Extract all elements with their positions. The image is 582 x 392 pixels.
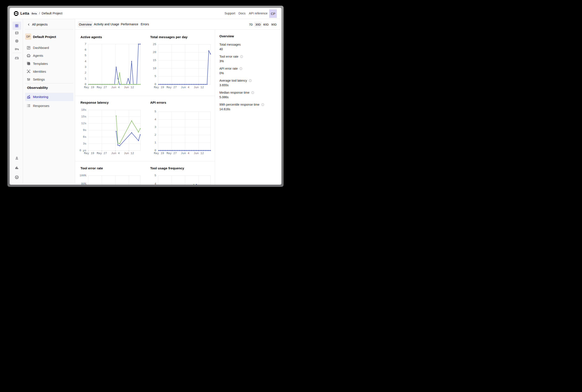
svg-text:18s: 18s: [81, 108, 86, 112]
svg-text:May 27: May 27: [97, 152, 107, 155]
svg-text:0 µs: 0 µs: [80, 149, 86, 152]
svg-text:Jun 4: Jun 4: [181, 86, 190, 89]
svg-text:Jun 12: Jun 12: [194, 86, 204, 89]
svg-text:0: 0: [85, 83, 86, 86]
svg-text:May 27: May 27: [166, 86, 177, 89]
svg-text:2: 2: [85, 71, 86, 74]
svg-text:May 19: May 19: [84, 152, 94, 155]
svg-text:May 19: May 19: [154, 86, 164, 89]
svg-text:May 27: May 27: [97, 86, 107, 89]
svg-text:12s: 12s: [81, 122, 86, 125]
svg-text:0: 0: [154, 149, 156, 152]
svg-text:0: 0: [154, 83, 156, 86]
svg-text:May 27: May 27: [166, 152, 177, 155]
svg-text:May 19: May 19: [154, 152, 164, 155]
svg-text:80%: 80%: [81, 182, 86, 185]
svg-text:6: 6: [85, 48, 86, 52]
svg-text:4: 4: [154, 118, 156, 121]
svg-text:4: 4: [85, 60, 86, 63]
svg-text:5: 5: [154, 110, 156, 113]
svg-text:4: 4: [154, 182, 156, 185]
svg-text:9s: 9s: [83, 128, 86, 132]
svg-text:5: 5: [154, 75, 156, 78]
svg-text:Jun 12: Jun 12: [124, 152, 134, 155]
svg-text:5: 5: [154, 174, 156, 177]
svg-text:20: 20: [153, 51, 156, 54]
svg-text:5: 5: [85, 54, 86, 57]
svg-text:Jun 4: Jun 4: [111, 152, 120, 155]
svg-text:Jun 4: Jun 4: [111, 86, 120, 89]
svg-text:3: 3: [85, 66, 86, 69]
svg-text:Jun 12: Jun 12: [124, 86, 134, 89]
svg-text:100%: 100%: [80, 174, 86, 177]
svg-text:3: 3: [154, 126, 156, 129]
svg-text:3s: 3s: [83, 142, 86, 145]
svg-text:15s: 15s: [81, 115, 86, 118]
svg-text:15: 15: [153, 59, 156, 62]
svg-text:7: 7: [85, 42, 86, 46]
svg-text:25: 25: [153, 43, 156, 46]
svg-text:6s: 6s: [83, 135, 86, 138]
svg-text:10: 10: [153, 67, 156, 70]
svg-text:2: 2: [154, 133, 156, 137]
svg-text:May 19: May 19: [84, 86, 94, 89]
svg-text:Jun 12: Jun 12: [194, 152, 204, 155]
svg-text:1: 1: [85, 77, 86, 80]
svg-text:1: 1: [154, 141, 156, 144]
svg-text:Jun 4: Jun 4: [181, 152, 190, 155]
